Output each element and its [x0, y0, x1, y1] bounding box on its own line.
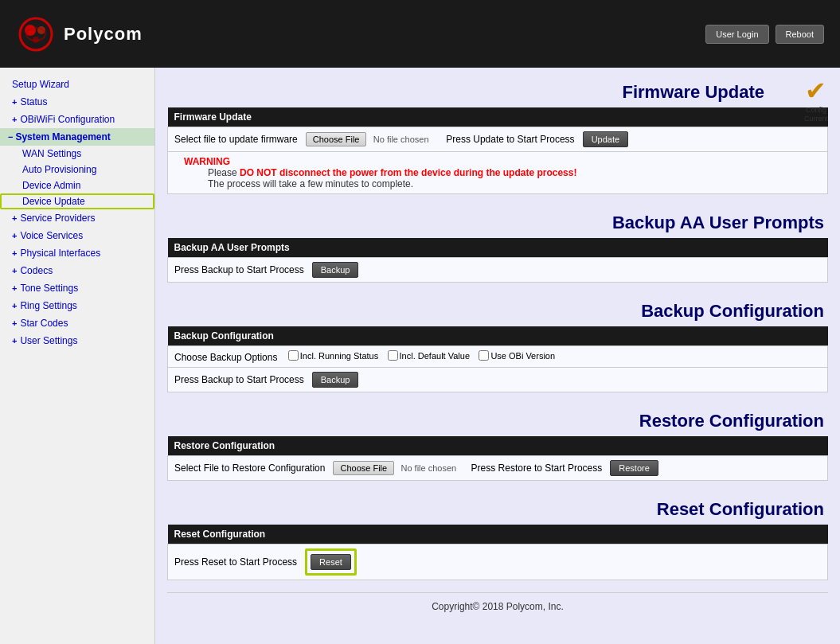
- firmware-update-button[interactable]: Update: [583, 131, 628, 147]
- restore-config-title: Restore Configuration: [167, 404, 828, 436]
- firmware-choose-file-button[interactable]: Choose File: [306, 132, 367, 146]
- header-buttons: User Login Reboot: [705, 25, 824, 44]
- sidebar: Setup Wizard + Status + OBiWiFi Configur…: [0, 68, 155, 644]
- plus-icon-physical-interfaces: +: [12, 248, 17, 258]
- choose-backup-options-label: Choose Backup Options: [174, 352, 277, 363]
- incl-running-checkbox[interactable]: [288, 350, 299, 361]
- checkmark-icon: ✔: [805, 76, 826, 106]
- sidebar-item-status[interactable]: + Status: [0, 93, 154, 111]
- header: Polycom User Login Reboot: [0, 0, 840, 68]
- main-layout: Setup Wizard + Status + OBiWiFi Configur…: [0, 68, 840, 644]
- use-obi-checkbox-item[interactable]: Use OBi Version: [479, 350, 555, 361]
- incl-default-checkbox-item[interactable]: Incl. Default Value: [388, 350, 470, 361]
- reset-config-table: Reset Configuration Press Reset to Start…: [167, 525, 828, 580]
- press-backup-config-label: Press Backup to Start Process: [174, 374, 304, 385]
- firmware-warning-row: WARNING Please DO NOT disconnect the pow…: [168, 152, 828, 194]
- sidebar-item-user-settings[interactable]: + User Settings: [0, 332, 154, 349]
- backup-aa-title: Backup AA User Prompts: [167, 206, 828, 238]
- plus-icon-status: +: [12, 97, 17, 107]
- reset-button-highlight: Reset: [305, 548, 357, 576]
- select-restore-label: Select File to Restore Configuration: [174, 463, 325, 474]
- plus-icon-tone-settings: +: [12, 283, 17, 293]
- minus-icon-system: −: [8, 132, 13, 142]
- reset-config-header-row: Reset Configuration: [168, 525, 828, 544]
- config-current-badge: ✔ ConfigCurrent: [804, 76, 828, 123]
- restore-config-file-row: Select File to Restore Configuration Cho…: [168, 456, 828, 481]
- sidebar-sub-wan-settings[interactable]: WAN Settings: [0, 146, 154, 162]
- firmware-update-file-row: Select file to update firmware Choose Fi…: [168, 127, 828, 152]
- backup-aa-header-row: Backup AA User Prompts: [168, 238, 828, 258]
- svg-point-0: [20, 18, 52, 50]
- backup-config-button[interactable]: Backup: [312, 372, 359, 388]
- logo-area: Polycom: [16, 14, 143, 54]
- backup-aa-table: Backup AA User Prompts Press Backup to S…: [167, 238, 828, 283]
- warning-line2: The process will take a few minutes to c…: [184, 178, 413, 189]
- backup-aa-button[interactable]: Backup: [312, 262, 359, 278]
- backup-config-table: Backup Configuration Choose Backup Optio…: [167, 326, 828, 392]
- sidebar-sub-device-update[interactable]: Device Update: [0, 193, 154, 209]
- content-area: ✔ ConfigCurrent Firmware Update Firmware…: [155, 68, 840, 644]
- reset-config-title: Reset Configuration: [167, 493, 828, 525]
- warning-label: WARNING: [184, 156, 230, 167]
- plus-icon-voice-services: +: [12, 231, 17, 240]
- warning-do-not-text: DO NOT disconnect the power from the dev…: [240, 167, 576, 178]
- reset-button[interactable]: Reset: [311, 554, 351, 570]
- footer: Copyright© 2018 Polycom, Inc.: [167, 592, 828, 620]
- warning-please-text: Please: [208, 167, 240, 178]
- restore-config-header-row: Restore Configuration: [168, 436, 828, 456]
- sidebar-item-service-providers[interactable]: + Service Providers: [0, 209, 154, 227]
- content-wrapper: ✔ ConfigCurrent Firmware Update Firmware…: [167, 76, 828, 580]
- config-current-label: ConfigCurrent: [804, 106, 828, 123]
- use-obi-checkbox[interactable]: [479, 350, 489, 361]
- reset-config-process-row: Press Reset to Start Process Reset: [168, 544, 828, 580]
- plus-icon-obiwifi: +: [12, 115, 17, 124]
- select-firmware-label: Select file to update firmware: [174, 134, 298, 145]
- firmware-no-file-text: No file chosen: [369, 135, 433, 144]
- firmware-update-header-row: Firmware Update: [168, 107, 828, 127]
- backup-config-process-row: Press Backup to Start Process Backup: [168, 368, 828, 392]
- backup-aa-process-row: Press Backup to Start Process Backup: [168, 258, 828, 283]
- sidebar-item-setup-wizard[interactable]: Setup Wizard: [0, 76, 154, 93]
- press-backup-aa-label: Press Backup to Start Process: [174, 264, 304, 275]
- plus-icon-star-codes: +: [12, 318, 17, 328]
- restore-button[interactable]: Restore: [610, 460, 658, 476]
- polycom-logo-icon: [16, 14, 56, 54]
- sidebar-item-star-codes[interactable]: + Star Codes: [0, 314, 154, 332]
- reset-config-header: Reset Configuration: [168, 525, 828, 544]
- plus-icon-service-providers: +: [12, 213, 17, 223]
- sidebar-item-ring-settings[interactable]: + Ring Settings: [0, 297, 154, 314]
- firmware-update-table: Firmware Update Select file to update fi…: [167, 107, 828, 194]
- restore-config-header: Restore Configuration: [168, 436, 828, 456]
- sidebar-item-tone-settings[interactable]: + Tone Settings: [0, 279, 154, 297]
- plus-icon-user-settings: +: [12, 336, 17, 345]
- sidebar-item-voice-services[interactable]: + Voice Services: [0, 227, 154, 244]
- backup-config-header-row: Backup Configuration: [168, 326, 828, 346]
- reboot-button[interactable]: Reboot: [776, 25, 824, 44]
- sidebar-item-system-management[interactable]: − System Management: [0, 128, 154, 146]
- plus-icon-codecs: +: [12, 266, 17, 275]
- backup-config-title: Backup Configuration: [167, 295, 828, 326]
- sidebar-sub-device-admin[interactable]: Device Admin: [0, 178, 154, 193]
- incl-default-checkbox[interactable]: [388, 350, 398, 361]
- backup-config-header: Backup Configuration: [168, 326, 828, 346]
- footer-text: Copyright© 2018 Polycom, Inc.: [432, 601, 564, 612]
- logo-text: Polycom: [64, 24, 143, 45]
- backup-config-options-row: Choose Backup Options Incl. Running Stat…: [168, 346, 828, 368]
- sidebar-item-obiwifi[interactable]: + OBiWiFi Configuration: [0, 111, 154, 128]
- press-restore-label: Press Restore to Start Process: [471, 463, 603, 474]
- user-login-button[interactable]: User Login: [705, 25, 768, 44]
- plus-icon-ring-settings: +: [12, 301, 17, 310]
- press-reset-label: Press Reset to Start Process: [174, 556, 297, 568]
- firmware-update-title: Firmware Update: [167, 76, 828, 107]
- press-update-label: Press Update to Start Process: [446, 134, 574, 145]
- sidebar-item-physical-interfaces[interactable]: + Physical Interfaces: [0, 244, 154, 262]
- incl-running-checkbox-item[interactable]: Incl. Running Status: [288, 350, 378, 361]
- restore-config-table: Restore Configuration Select File to Res…: [167, 436, 828, 481]
- firmware-update-header: Firmware Update: [168, 107, 828, 127]
- sidebar-sub-auto-provisioning[interactable]: Auto Provisioning: [0, 162, 154, 178]
- restore-choose-file-button[interactable]: Choose File: [333, 461, 394, 475]
- restore-no-file-text: No file chosen: [397, 463, 461, 473]
- sidebar-item-codecs[interactable]: + Codecs: [0, 262, 154, 279]
- backup-aa-header: Backup AA User Prompts: [168, 238, 828, 258]
